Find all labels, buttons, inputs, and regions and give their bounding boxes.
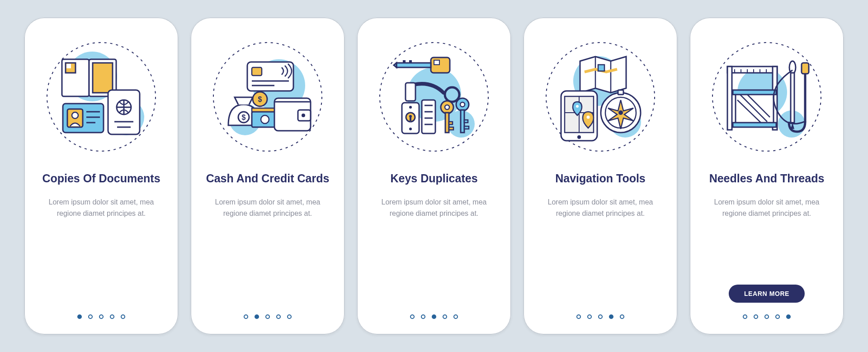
card-title: Navigation Tools	[555, 171, 646, 185]
svg-point-74	[576, 105, 579, 108]
svg-point-48	[409, 128, 412, 130]
svg-rect-61	[449, 122, 453, 124]
pager-dot[interactable]	[764, 314, 769, 319]
pager-dot[interactable]	[121, 314, 125, 319]
pager-dot[interactable]	[110, 314, 114, 319]
pager-dot[interactable]	[88, 314, 93, 319]
svg-point-76	[577, 135, 581, 139]
pager-dot[interactable]	[276, 314, 281, 319]
pager-dot[interactable]	[443, 314, 447, 319]
svg-point-10	[72, 112, 78, 119]
card-description: Lorem ipsum dolor sit amet, mea regione …	[204, 197, 331, 219]
pager-dot[interactable]	[620, 314, 624, 319]
illustration-wrap	[377, 40, 491, 153]
svg-point-75	[587, 116, 590, 119]
pager-dot[interactable]	[77, 314, 82, 319]
pager-dot[interactable]	[255, 314, 259, 319]
svg-rect-100	[791, 73, 794, 123]
card-description: Lorem ipsum dolor sit amet, mea regione …	[703, 197, 830, 219]
svg-rect-43	[403, 60, 406, 63]
svg-point-64	[460, 102, 465, 107]
card-description: Lorem ipsum dolor sit amet, mea regione …	[371, 197, 497, 219]
svg-rect-23	[247, 62, 293, 91]
svg-text:$: $	[258, 95, 262, 103]
illustration-wrap	[45, 40, 158, 153]
svg-rect-101	[802, 63, 809, 74]
card-title: Cash And Credit Cards	[206, 171, 330, 185]
svg-rect-41	[434, 60, 439, 65]
pager-dot[interactable]	[775, 314, 780, 319]
card-title: Copies Of Documents	[42, 171, 160, 185]
pagination-dots	[357, 314, 511, 319]
svg-rect-66	[464, 120, 468, 123]
learn-more-button[interactable]: LEARN MORE	[729, 285, 805, 303]
card-description: Lorem ipsum dolor sit amet, mea regione …	[38, 197, 165, 219]
pager-dot[interactable]	[587, 314, 592, 319]
svg-rect-95	[733, 123, 776, 127]
pager-dot[interactable]	[244, 314, 248, 319]
pager-dot[interactable]	[786, 314, 791, 319]
pager-dot[interactable]	[287, 314, 292, 319]
pager-dot[interactable]	[609, 314, 613, 319]
sewing-icon	[719, 49, 814, 144]
svg-rect-42	[396, 63, 431, 67]
onboarding-card: Needles And Threads Lorem ipsum dolor si…	[690, 18, 844, 334]
illustration-wrap	[710, 40, 823, 153]
svg-rect-5	[93, 63, 113, 93]
pager-dot[interactable]	[410, 314, 415, 319]
svg-rect-67	[464, 126, 469, 129]
svg-rect-51	[410, 117, 411, 121]
documents-icon	[54, 49, 149, 144]
svg-rect-80	[618, 90, 623, 95]
svg-point-33	[261, 115, 269, 124]
pagination-dots	[524, 314, 677, 319]
pager-dot[interactable]	[421, 314, 425, 319]
pager-dot[interactable]	[265, 314, 270, 319]
illustration-wrap: $ $	[211, 40, 324, 153]
onboarding-card: Keys Duplicates Lorem ipsum dolor sit am…	[357, 18, 511, 334]
svg-point-47	[409, 106, 412, 109]
pagination-dots	[24, 314, 178, 319]
pager-dot[interactable]	[453, 314, 458, 319]
svg-rect-94	[733, 90, 776, 95]
svg-rect-7	[66, 64, 71, 68]
illustration-wrap	[544, 40, 657, 153]
svg-text:$: $	[242, 114, 246, 121]
pagination-dots	[690, 314, 844, 319]
svg-point-79	[618, 110, 623, 115]
svg-rect-62	[449, 127, 453, 130]
pager-dot[interactable]	[743, 314, 747, 319]
svg-rect-45	[406, 83, 415, 101]
onboarding-card: $ $ Cash And Credit Cards Lorem ipsum do…	[191, 18, 344, 334]
card-title: Needles And Threads	[709, 171, 825, 185]
navigation-icon	[553, 49, 648, 144]
svg-rect-71	[598, 65, 604, 71]
card-description: Lorem ipsum dolor sit amet, mea regione …	[537, 197, 664, 219]
svg-point-36	[302, 114, 305, 117]
svg-rect-85	[727, 67, 732, 130]
pagination-dots	[191, 314, 344, 319]
onboarding-card: Navigation Tools Lorem ipsum dolor sit a…	[524, 18, 677, 334]
svg-rect-24	[252, 67, 262, 76]
pager-dot[interactable]	[432, 314, 436, 319]
pager-dot[interactable]	[99, 314, 104, 319]
card-title: Keys Duplicates	[390, 171, 477, 185]
pager-dot[interactable]	[576, 314, 581, 319]
svg-rect-44	[409, 60, 412, 63]
cash-icon: $ $	[220, 49, 315, 144]
svg-point-59	[445, 105, 449, 109]
pager-dot[interactable]	[598, 314, 603, 319]
onboarding-card: Copies Of Documents Lorem ipsum dolor si…	[24, 18, 178, 334]
keys-icon	[387, 49, 481, 144]
pager-dot[interactable]	[754, 314, 758, 319]
